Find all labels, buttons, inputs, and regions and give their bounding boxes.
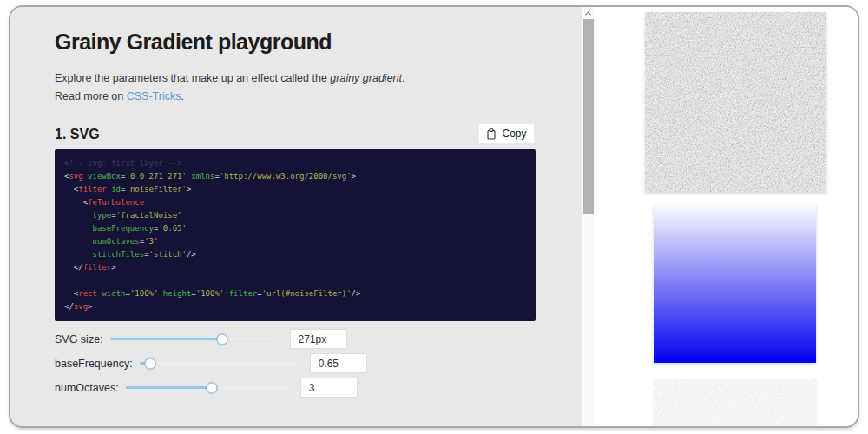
slider-thumb[interactable] (216, 333, 227, 345)
chevron-up-icon (585, 11, 591, 17)
control-row-basefrequency: baseFrequency: (55, 353, 471, 373)
code-line: </filter> (64, 261, 526, 274)
code-line: <filter id='noiseFilter'> (64, 183, 526, 196)
scrollbar-thumb[interactable] (583, 19, 594, 214)
value-input[interactable] (290, 329, 347, 349)
value-input[interactable] (310, 353, 367, 373)
section-heading-svg: 1. SVG (55, 127, 100, 142)
code-line (64, 274, 526, 287)
intro-line1: Explore the parameters that make up an e… (55, 72, 405, 84)
controls: SVG size:baseFrequency:numOctaves: (55, 329, 471, 402)
control-row-svgsize: SVG size: (55, 329, 471, 349)
code-block: <!-- svg: first layer --><svg viewBox='0… (55, 149, 536, 321)
intro-paragraph: Explore the parameters that make up an e… (55, 69, 405, 106)
combined-preview-square (654, 379, 816, 428)
value-input[interactable] (300, 378, 358, 398)
code-line: <rect width='100%' height='100%' filter=… (64, 287, 526, 300)
code-line: baseFrequency='0.65' (64, 222, 526, 235)
slider-fill (110, 338, 222, 340)
clipboard-icon (486, 128, 496, 140)
intro-line2: Read more on CSS-Tricks. (55, 90, 184, 102)
page-title: Grainy Gradient playground (55, 30, 332, 55)
intro-emphasis: grainy gradient (330, 72, 402, 84)
code-line: </svg> (64, 300, 526, 313)
browser-frame: Grainy Gradient playground Explore the p… (9, 5, 859, 428)
page: Grainy Gradient playground Explore the p… (0, 0, 868, 434)
control-label: SVG size: (55, 333, 103, 345)
preview-panel (595, 7, 858, 426)
scrollbar-up-button[interactable] (582, 7, 595, 19)
code-line: <feTurbulence (64, 196, 526, 209)
code-line: numOctaves='3' (64, 235, 526, 248)
control-label: numOctaves: (55, 382, 119, 394)
noise-preview-square (645, 12, 826, 192)
copy-button-label: Copy (502, 128, 526, 140)
main-content: Grainy Gradient playground Explore the p… (10, 7, 582, 426)
vertical-scrollbar[interactable] (582, 7, 595, 426)
css-tricks-link[interactable]: CSS-Tricks (127, 90, 181, 102)
code-line: type='fractalNoise' (64, 209, 526, 222)
range-slider[interactable] (140, 357, 298, 371)
slider-thumb[interactable] (145, 358, 156, 369)
range-slider[interactable] (126, 381, 288, 395)
control-row-numoctaves: numOctaves: (55, 378, 471, 398)
code-line: <svg viewBox='0 0 271 271' xmlns='http:/… (64, 170, 526, 183)
code-line: stitchTiles='stitch'/> (64, 248, 526, 261)
slider-track[interactable] (140, 362, 298, 365)
gradient-preview-square (654, 202, 816, 363)
code-line: <!-- svg: first layer --> (64, 157, 526, 170)
control-label: baseFrequency: (55, 358, 133, 370)
range-slider[interactable] (110, 332, 278, 346)
slider-fill (126, 386, 212, 389)
slider-thumb[interactable] (206, 382, 217, 393)
copy-button[interactable]: Copy (478, 123, 535, 144)
